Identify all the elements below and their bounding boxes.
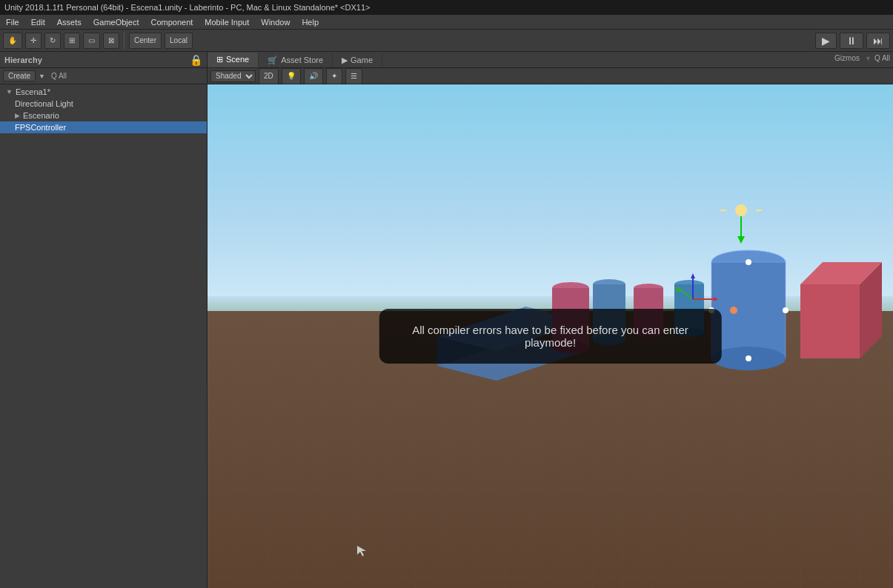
shading-mode-select[interactable]: Shaded [210,70,256,82]
hierarchy-item-fpscontroller[interactable]: FPSController [0,121,207,133]
hierarchy-item-escena[interactable]: ▼ Escena1* [0,86,207,98]
svg-point-20 [746,259,751,265]
scene-toolbar: Shaded 2D 💡 🔊 ✦ ☰ [208,68,893,84]
local-button[interactable]: Local [165,33,193,49]
menu-assets[interactable]: Assets [51,16,87,28]
arrow-icon: ▼ [6,88,13,96]
hierarchy-item-label: Escena1* [16,87,50,96]
scene-icon: ⊞ [216,55,223,64]
tab-scene[interactable]: ⊞ Scene [208,53,259,67]
tab-asset-store[interactable]: 🛒 Asset Store [259,53,333,67]
main-layout: Hierarchy 🔒 Create ▼ Q All ▼ Escena1* Di… [0,52,893,588]
hierarchy-create-button[interactable]: Create [3,70,36,81]
hierarchy-header: Hierarchy 🔒 [0,52,207,68]
game-icon: ▶ [342,56,348,65]
menu-mobile-input[interactable]: Mobile Input [199,16,255,28]
menu-file[interactable]: File [0,16,25,28]
separator-1 [124,33,125,49]
scene-viewport[interactable]: All compiler errors have to be fixed bef… [208,84,893,588]
menu-window[interactable]: Window [255,16,296,28]
svg-point-22 [730,307,737,314]
hierarchy-item-label: Directional Light [15,99,73,108]
audio-button[interactable]: 🔊 [304,68,323,84]
arrow-icon: ▶ [15,112,20,119]
menu-gameobject[interactable]: GameObject [87,16,145,28]
hierarchy-item-dirlight[interactable]: Directional Light [0,98,207,110]
hierarchy-panel: Hierarchy 🔒 Create ▼ Q All ▼ Escena1* Di… [0,52,208,588]
create-arrow-icon: ▼ [39,73,45,80]
gizmos-button[interactable]: Gizmos [832,53,862,63]
hierarchy-title: Hierarchy [4,56,42,64]
title-text: Unity 2018.1.1f1 Personal (64bit) - Esce… [4,3,370,12]
transform-tool-button[interactable]: ⊠ [103,33,119,49]
svg-marker-23 [800,284,860,358]
asset-store-icon: 🛒 [268,56,278,65]
play-button[interactable]: ▶ [815,33,837,49]
rect-tool-button[interactable]: ▭ [83,33,100,49]
svg-point-21 [746,355,751,361]
svg-rect-16 [711,262,786,358]
gizmos-area: Gizmos ▼ Q All [832,53,890,63]
effects-button[interactable]: ✦ [326,68,342,84]
hierarchy-item-escenario[interactable]: ▶ Escenario [0,110,207,121]
hidden-button[interactable]: ☰ [345,68,362,84]
move-tool-button[interactable]: ✛ [25,33,42,49]
menu-help[interactable]: Help [296,16,325,28]
hierarchy-item-label: FPSController [15,123,66,132]
menu-bar: File Edit Assets GameObject Component Mo… [0,15,893,30]
step-button[interactable]: ⏭ [866,33,890,49]
hierarchy-lock-icon[interactable]: 🔒 [190,54,202,66]
hierarchy-toolbar: Create ▼ Q All [0,68,207,84]
hierarchy-item-label: Escenario [23,111,59,120]
center-button[interactable]: Center [129,33,162,49]
svg-point-19 [783,307,789,313]
error-message-overlay: All compiler errors have to be fixed bef… [379,309,722,364]
menu-edit[interactable]: Edit [25,16,51,28]
svg-point-26 [735,204,747,216]
scene-tabs: ⊞ Scene 🛒 Asset Store ▶ Game Gizmos ▼ Q … [208,52,893,68]
pause-button[interactable]: ⏸ [840,33,863,49]
scene-area: ⊞ Scene 🛒 Asset Store ▶ Game Gizmos ▼ Q … [208,52,893,588]
title-bar: Unity 2018.1.1f1 Personal (64bit) - Esce… [0,0,893,15]
tab-game[interactable]: ▶ Game [333,53,382,67]
toolbar: ✋ ✛ ↻ ⊞ ▭ ⊠ Center Local ▶ ⏸ ⏭ [0,30,893,52]
svg-marker-32 [737,236,745,244]
error-message-text: All compiler errors have to be fixed bef… [412,324,688,349]
scale-tool-button[interactable]: ⊞ [64,33,80,49]
2d-button[interactable]: 2D [259,68,279,84]
rotate-tool-button[interactable]: ↻ [44,33,61,49]
hand-tool-button[interactable]: ✋ [3,33,22,49]
all-filter-label: Q All [51,72,67,80]
lights-button[interactable]: 💡 [282,68,301,84]
gizmos-arrow: ▼ [865,55,872,62]
svg-marker-38 [691,273,695,278]
hierarchy-content: ▼ Escena1* Directional Light ▶ Escenario… [0,84,207,588]
menu-component[interactable]: Component [145,16,199,28]
all-gizmos-label: Q All [874,54,890,62]
